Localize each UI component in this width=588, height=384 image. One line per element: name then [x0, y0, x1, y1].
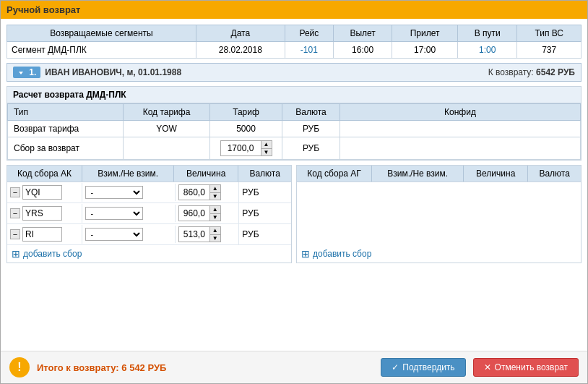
fee-stepper-yrs[interactable]: ▲ ▼: [178, 205, 221, 221]
add-fee-left-label: добавить сбор: [23, 249, 82, 259]
fees-right-col-currency: Валюта: [528, 166, 581, 182]
svg-marker-0: [19, 72, 23, 74]
fees-right-panel: Код сбора АГ Взим./Не взим. Величина Вал…: [296, 165, 581, 263]
fees-left-col-type: Взим./Не взим.: [82, 166, 174, 182]
segment-departure: 16:00: [333, 42, 392, 59]
col-header-flight: Рейс: [285, 25, 333, 42]
fee-stepper-up-yrs[interactable]: ▲: [210, 206, 220, 213]
fee-amount-input-ri[interactable]: [179, 228, 209, 241]
fee-cell-type-yqi: -: [82, 184, 175, 201]
remove-fee-yrs[interactable]: −: [10, 208, 20, 218]
fee-cell-currency-yrs: РУБ: [239, 206, 291, 221]
fee-stepper-yqi[interactable]: ▲ ▼: [178, 184, 221, 200]
total-text: Итого к возврату: 6 542 РУБ: [37, 362, 373, 373]
calc-col-currency: Валюта: [282, 104, 340, 121]
cross-icon: ✕: [484, 362, 491, 372]
fee-cell-type-yrs: -: [82, 205, 175, 222]
segment-duration: 1:00: [457, 42, 517, 59]
col-header-duration: В пути: [457, 25, 517, 42]
fee-type-select-yrs[interactable]: -: [85, 207, 143, 220]
window-title: Ручной возврат: [7, 4, 80, 15]
fees-left-scroll: − -: [7, 182, 291, 245]
passenger-return-label: К возврату: 6542 РУБ: [488, 67, 575, 77]
fee-stepper-down-ri[interactable]: ▼: [210, 234, 220, 242]
calc-row-tariff: Возврат тарифа YOW 5000 РУБ: [8, 121, 581, 137]
fee-cell-type-ri: -: [82, 226, 175, 243]
col-header-date: Дата: [196, 25, 285, 42]
fee-cell-amount-yrs: ▲ ▼: [176, 203, 240, 223]
fee-cell-code-yqi: −: [7, 183, 82, 202]
col-header-segment: Возвращаемые сегменты: [7, 25, 196, 42]
fee-row-ri: − -: [7, 224, 291, 245]
warning-icon: !: [9, 357, 30, 377]
plus-icon-right: ⊞: [301, 248, 310, 260]
calc-fare-fee: ▲ ▼: [210, 137, 282, 160]
calc-title: Расчет возврата ДМД-ПЛК: [7, 87, 581, 103]
fees-left-col-currency: Валюта: [238, 166, 291, 182]
calc-confid-tariff: [340, 121, 581, 137]
calc-fare-tariff: 5000: [210, 121, 282, 137]
fees-left-col-code: Код сбора АК: [7, 166, 82, 182]
dropdown-icon: [17, 69, 25, 77]
col-header-departure: Вылет: [333, 25, 392, 42]
fees-left-rows: − -: [7, 182, 291, 245]
cancel-button[interactable]: ✕ Отменить возврат: [473, 358, 579, 377]
fees-right-col-type: Взим./Не взим.: [372, 166, 464, 182]
fee-type-select-ri[interactable]: -: [85, 228, 143, 241]
fee-stepper-up-yqi[interactable]: ▲: [210, 185, 220, 192]
fees-left-col-amount: Величина: [174, 166, 238, 182]
fees-left-panel: Код сбора АК Взим./Не взим. Величина Вал…: [7, 165, 292, 263]
fee-cell-currency-ri: РУБ: [239, 227, 291, 242]
fee-code-input-yqi[interactable]: [22, 185, 62, 200]
fee-cell-code-yrs: −: [7, 204, 82, 223]
main-window: Ручной возврат Возвращаемые сегменты Дат…: [0, 0, 588, 384]
fee-stepper-down-yrs[interactable]: ▼: [210, 213, 220, 221]
title-bar: Ручной возврат: [1, 1, 587, 19]
calc-farecode-tariff: YOW: [124, 121, 210, 137]
fee-type-select-yqi[interactable]: -: [85, 186, 143, 199]
flight-link[interactable]: -101: [301, 45, 318, 55]
fee-stepper-up-ri[interactable]: ▲: [210, 227, 220, 234]
add-fee-right[interactable]: ⊞ добавить сбор: [297, 245, 581, 263]
calc-currency-fee: РУБ: [282, 137, 340, 160]
fee-stepper-down-yqi[interactable]: ▼: [210, 192, 220, 200]
stepper-down[interactable]: ▼: [261, 148, 272, 155]
fee-code-input-yrs[interactable]: [22, 206, 62, 221]
segments-table: Возвращаемые сегменты Дата Рейс Вылет Пр…: [7, 25, 581, 59]
calc-col-confid: Конфид: [340, 104, 581, 121]
fees-right-col-amount: Величина: [464, 166, 528, 182]
calc-block: Расчет возврата ДМД-ПЛК Тип Код тарифа Т…: [7, 86, 581, 161]
passenger-row: 1. ИВАН ИВАНОВИЧ, м, 01.01.1988 К возвра…: [7, 63, 581, 82]
segment-date: 28.02.2018: [196, 42, 285, 59]
calc-type-fee: Сбор за возврат: [8, 137, 124, 160]
calc-farecode-fee: [124, 137, 210, 160]
fees-section: Код сбора АК Взим./Не взим. Величина Вал…: [7, 165, 581, 263]
stepper-up[interactable]: ▲: [261, 141, 272, 148]
remove-fee-yqi[interactable]: −: [10, 187, 20, 197]
calc-table: Тип Код тарифа Тариф Валюта Конфид Возвр…: [7, 103, 581, 160]
confirm-button[interactable]: ✓ Подтвердить: [381, 358, 465, 377]
add-fee-left[interactable]: ⊞ добавить сбор: [7, 245, 291, 263]
fee-amount-input-yqi[interactable]: [179, 186, 209, 199]
passenger-name: ИВАН ИВАНОВИЧ, м, 01.01.1988: [45, 67, 483, 77]
fee-amount-input-yrs[interactable]: [179, 207, 209, 220]
fee-cell-code-ri: −: [7, 225, 82, 244]
fees-right-scroll: [297, 182, 581, 245]
bottom-bar: ! Итого к возврату: 6 542 РУБ ✓ Подтверд…: [1, 351, 587, 383]
remove-fee-ri[interactable]: −: [10, 229, 20, 239]
fee-stepper-ri[interactable]: ▲ ▼: [178, 226, 221, 242]
calc-col-farecode: Код тарифа: [124, 104, 210, 121]
fee-cell-currency-yqi: РУБ: [239, 185, 291, 200]
segment-aircraft: 737: [517, 42, 581, 59]
segment-flight: -101: [285, 42, 333, 59]
calc-col-fare: Тариф: [210, 104, 282, 121]
check-icon: ✓: [392, 362, 399, 372]
col-header-aircraft: Тип ВС: [517, 25, 581, 42]
fee-code-input-ri[interactable]: [22, 227, 62, 242]
fees-right-header: Код сбора АГ Взим./Не взим. Величина Вал…: [297, 166, 581, 182]
fee-cell-amount-ri: ▲ ▼: [176, 224, 240, 244]
fee-row-yqi: − -: [7, 182, 291, 203]
fees-right-rows: [297, 182, 581, 245]
fare-stepper[interactable]: ▲ ▼: [220, 140, 272, 156]
fare-input[interactable]: [221, 142, 261, 155]
